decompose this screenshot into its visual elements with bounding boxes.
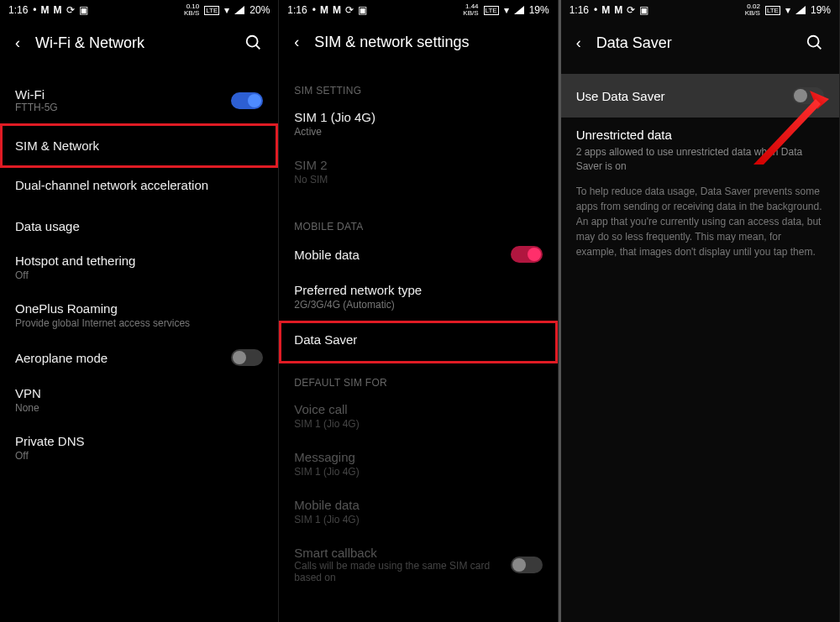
mobile-data-label: Mobile data <box>294 248 360 262</box>
search-icon[interactable] <box>806 34 824 52</box>
use-data-saver-toggle[interactable] <box>792 87 824 104</box>
back-icon[interactable]: ‹ <box>15 34 20 52</box>
sync-icon: ⟳ <box>66 4 75 16</box>
time: 1:16 <box>287 4 307 16</box>
dns-item[interactable]: Private DNS Off <box>0 424 278 472</box>
data-usage-item[interactable]: Data usage <box>0 202 278 243</box>
status-bar: 1:16 • M M ⟳ ▣ 0.02KB/S LTE ▾ 19% <box>561 0 839 20</box>
panel-sim-settings: 1:16 • M M ⟳ ▣ 1.44KB/S LTE ▾ 19% ‹ SIM … <box>279 0 558 622</box>
wifi-label: Wi-Fi <box>15 87 58 102</box>
aeroplane-toggle[interactable] <box>231 349 263 366</box>
gmail-icon: M <box>54 4 62 16</box>
use-data-saver-label: Use Data Saver <box>576 89 665 103</box>
dns-sub: Off <box>15 450 263 462</box>
preferred-network-item[interactable]: Preferred network type 2G/3G/4G (Automat… <box>279 273 557 321</box>
sim1-sub: Active <box>294 126 542 138</box>
messaging-sub: SIM 1 (Jio 4G) <box>294 466 542 478</box>
battery-text: 19% <box>811 4 831 16</box>
section-mobile-data: MOBILE DATA <box>279 196 557 236</box>
wifi-toggle[interactable] <box>231 92 263 109</box>
sim2-item: SIM 2 No SIM <box>279 148 557 196</box>
smart-callback-toggle <box>511 557 543 573</box>
wifi-icon: ▾ <box>785 4 790 16</box>
use-data-saver-item[interactable]: Use Data Saver <box>561 74 839 118</box>
wifi-sub: FTTH-5G <box>15 102 58 113</box>
gmail-icon: M <box>614 4 622 16</box>
sim2-sub: No SIM <box>294 174 542 186</box>
data-saver-item[interactable]: Data Saver <box>279 321 557 363</box>
smart-sub: Calls will be made using the same SIM ca… <box>294 560 508 583</box>
data-saver-description: To help reduce data usage, Data Saver pr… <box>561 174 839 269</box>
section-default-sim: DEFAULT SIM FOR <box>279 363 557 392</box>
datarate-bot: KB/S <box>745 10 760 17</box>
smart-label: Smart callback <box>294 546 508 560</box>
messaging-label: Messaging <box>294 450 542 464</box>
back-icon[interactable]: ‹ <box>576 34 581 52</box>
datarate-bot: KB/S <box>463 10 478 17</box>
page-title: SIM & network settings <box>314 34 469 51</box>
vpn-item[interactable]: VPN None <box>0 376 278 424</box>
dual-label: Dual-channel network acceleration <box>15 178 263 192</box>
sim2-label: SIM 2 <box>294 158 542 172</box>
gmail-icon: M <box>601 4 610 16</box>
voice-sub: SIM 1 (Jio 4G) <box>294 418 542 430</box>
lte-icon: LTE <box>765 6 780 15</box>
lte-icon: LTE <box>204 6 219 15</box>
voice-label: Voice call <box>294 402 542 416</box>
svg-point-2 <box>808 36 819 47</box>
sync-icon: ⟳ <box>345 4 354 16</box>
panel-wifi-network: 1:16 • M M ⟳ ▣ 0.10KB/S LTE ▾ 20% ‹ Wi-F… <box>0 0 279 622</box>
wifi-item[interactable]: Wi-Fi FTTH-5G <box>0 77 278 123</box>
section-sim-setting: SIM SETTING <box>279 76 557 100</box>
lte-icon: LTE <box>484 6 499 15</box>
sim-network-item[interactable]: SIM & Network <box>0 123 278 168</box>
hotspot-item[interactable]: Hotspot and tethering Off <box>0 243 278 291</box>
svg-line-3 <box>817 45 822 50</box>
signal-dot-icon: • <box>594 4 597 16</box>
mobile-data-default-item: Mobile data SIM 1 (Jio 4G) <box>279 488 557 536</box>
dual-channel-item[interactable]: Dual-channel network acceleration <box>0 168 278 202</box>
back-icon[interactable]: ‹ <box>294 34 299 51</box>
smart-callback-item: Smart callback Calls will be made using … <box>279 536 557 593</box>
aeroplane-label: Aeroplane mode <box>15 351 108 365</box>
time: 1:16 <box>8 4 28 16</box>
search-icon[interactable] <box>244 34 263 52</box>
data-saver-label: Data Saver <box>294 332 542 347</box>
time: 1:16 <box>570 4 589 16</box>
unrestricted-data-item[interactable]: Unrestricted data 2 apps allowed to use … <box>561 118 839 174</box>
page-header: ‹ Wi-Fi & Network <box>0 20 278 65</box>
svg-line-1 <box>256 45 260 50</box>
roaming-item[interactable]: OnePlus Roaming Provide global Internet … <box>0 291 278 339</box>
data-usage-label: Data usage <box>15 219 263 233</box>
battery-text: 20% <box>249 4 270 16</box>
hotspot-label: Hotspot and tethering <box>15 254 263 268</box>
pref-net-sub: 2G/3G/4G (Automatic) <box>294 299 542 311</box>
page-title: Wi-Fi & Network <box>35 34 144 52</box>
sim1-item[interactable]: SIM 1 (Jio 4G) Active <box>279 100 557 148</box>
page-title: Data Saver <box>596 34 672 52</box>
panel-data-saver: 1:16 • M M ⟳ ▣ 0.02KB/S LTE ▾ 19% ‹ Data… <box>559 0 840 622</box>
gmail-icon: M <box>333 4 341 16</box>
mobile-data-toggle[interactable] <box>511 246 543 263</box>
datarate-bot: KB/S <box>184 10 199 17</box>
wifi-icon: ▾ <box>504 4 509 16</box>
roaming-sub: Provide global Internet access services <box>15 317 263 329</box>
vpn-sub: None <box>15 402 263 414</box>
aeroplane-item[interactable]: Aeroplane mode <box>0 339 278 376</box>
mobile-data2-label: Mobile data <box>294 498 542 512</box>
status-bar: 1:16 • M M ⟳ ▣ 1.44KB/S LTE ▾ 19% <box>279 0 557 20</box>
mobile-data-item[interactable]: Mobile data <box>279 236 557 273</box>
messaging-item: Messaging SIM 1 (Jio 4G) <box>279 440 557 488</box>
dns-label: Private DNS <box>15 434 263 448</box>
gmail-icon: M <box>41 4 50 16</box>
signal-dot-icon: • <box>33 4 36 16</box>
battery-text: 19% <box>529 4 549 16</box>
page-header: ‹ Data Saver <box>561 20 839 65</box>
status-bar: 1:16 • M M ⟳ ▣ 0.10KB/S LTE ▾ 20% <box>0 0 278 20</box>
mobile-data2-sub: SIM 1 (Jio 4G) <box>294 514 542 525</box>
signal-dot-icon: • <box>312 4 316 16</box>
unrestricted-sub: 2 apps allowed to use unrestricted data … <box>576 145 824 174</box>
image-icon: ▣ <box>358 4 367 16</box>
voice-call-item: Voice call SIM 1 (Jio 4G) <box>279 392 557 440</box>
wifi-icon: ▾ <box>224 4 229 16</box>
